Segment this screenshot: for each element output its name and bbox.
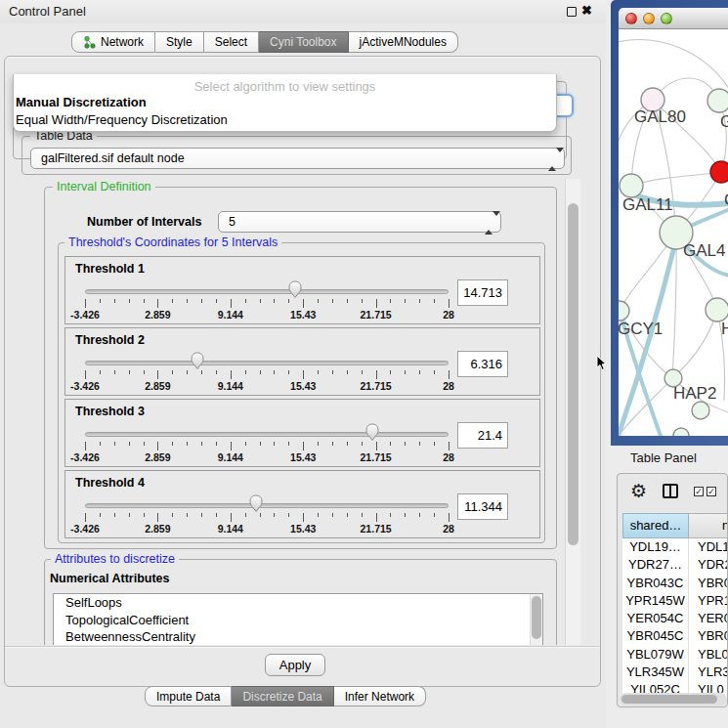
num-intervals-label: Number of Intervals: [87, 215, 201, 229]
zoom-traffic-light-icon[interactable]: [661, 13, 672, 24]
bottom-tab-bar: Impute DataDiscretize DataInfer Network: [145, 686, 426, 707]
attributes-list[interactable]: SelfLoopsTopologicalCoefficientBetweenne…: [53, 593, 543, 645]
threshold-panel-3: Threshold 3-3.4262.8599.14415.4321.71528…: [64, 399, 540, 467]
threshold-label: Threshold 2: [75, 333, 145, 347]
minimize-traffic-light-icon[interactable]: [643, 13, 655, 24]
tab-style[interactable]: Style: [155, 31, 204, 53]
num-intervals-combobox[interactable]: 5: [218, 211, 501, 233]
table-cell: YDR2: [689, 556, 728, 574]
slider-ticks: [85, 442, 449, 451]
slider-track[interactable]: [85, 361, 449, 365]
checkbox-icon[interactable]: ✓: [707, 487, 716, 496]
slider-track[interactable]: [85, 432, 449, 437]
mouse-cursor: [596, 355, 608, 372]
table-row[interactable]: YBL079WYBL0: [622, 646, 728, 664]
threshold-value-field[interactable]: 6.316: [457, 351, 508, 377]
slider-ticks: [85, 299, 449, 309]
attributes-group: Attributes to discretize Numerical Attri…: [44, 559, 557, 645]
network-window: GAL80GCGAL11GAL4GCY1HHAP2: [611, 0, 728, 446]
slider-thumb[interactable]: [364, 423, 381, 442]
network-window-titlebar[interactable]: [619, 8, 728, 29]
algorithm-option-manual-discretization[interactable]: Manual Discretization: [14, 94, 556, 111]
control-panel-titlebar: Control Panel ✖: [0, 0, 606, 23]
tab-select[interactable]: Select: [204, 31, 259, 53]
algorithm-option-equal-width-frequency-discretization[interactable]: Equal Width/Frequency Discretization: [14, 111, 556, 129]
table-data-group: Table Data galFiltered.sif default node: [21, 136, 572, 175]
thresholds-group: Threshold's Coordinates for 5 Intervals …: [58, 242, 545, 543]
top-tab-bar: NetworkStyleSelectCyni ToolboxjActiveMNo…: [71, 31, 458, 53]
attributes-group-title: Attributes to discretize: [51, 552, 179, 566]
panel-scrollbar-thumb[interactable]: [568, 203, 578, 545]
threshold-label: Threshold 4: [75, 476, 145, 490]
tab-label: Impute Data: [156, 690, 220, 704]
spinner-arrows-icon: [548, 152, 556, 166]
attributes-scrollbar[interactable]: [530, 594, 542, 645]
table-row[interactable]: YDL19…YDL1: [622, 538, 728, 556]
slider-thumb[interactable]: [286, 280, 304, 299]
network-view[interactable]: GAL80GCGAL11GAL4GCY1HHAP2: [619, 29, 728, 436]
thresholds-group-title: Threshold's Coordinates for 5 Intervals: [64, 236, 281, 249]
control-panel: Control Panel ✖ NetworkStyleSelectCyni T…: [0, 0, 606, 728]
table-data-value: galFiltered.sif default node: [41, 151, 185, 165]
table-row[interactable]: YBR045CYBR0: [622, 627, 728, 645]
table-cell: YBL0: [689, 646, 728, 664]
slider-scale-labels: -3.4262.8599.14415.4321.71528: [85, 309, 449, 321]
attribute-item-topologicalcoefficient[interactable]: TopologicalCoefficient: [54, 612, 542, 629]
node-label-gcy1: GCY1: [619, 320, 663, 339]
column-header-1[interactable]: shared…: [622, 513, 689, 538]
interval-group-title: Interval Definition: [53, 180, 155, 193]
slider-thumb[interactable]: [247, 494, 265, 513]
node-label-gal80: GAL80: [634, 107, 686, 127]
right-pane: GAL80GCGAL11GAL4GCY1HHAP2 Table Panel ⚙ …: [606, 0, 728, 728]
gear-icon[interactable]: ⚙: [630, 482, 647, 500]
threshold-value-field[interactable]: 14.713: [457, 279, 508, 306]
slider-track[interactable]: [85, 289, 449, 294]
table-hscroll-thumb[interactable]: [621, 695, 717, 704]
attribute-item-selfloops[interactable]: SelfLoops: [54, 594, 542, 612]
threshold-value-field[interactable]: 11.344: [457, 493, 508, 520]
table-horizontal-scrollbar[interactable]: [620, 693, 727, 706]
table-row[interactable]: YBR043CYBR0: [622, 575, 728, 592]
table-cell: YLR345W: [622, 664, 689, 681]
tab-jactivemnodules[interactable]: jActiveMNodules: [349, 31, 458, 53]
table-row[interactable]: YDR27…YDR2: [622, 556, 728, 574]
numerical-attributes-heading: Numerical Attributes: [50, 572, 169, 585]
node-label-gal11: GAL11: [622, 195, 673, 215]
close-traffic-light-icon[interactable]: [625, 13, 637, 24]
apply-button[interactable]: Apply: [265, 654, 325, 676]
close-icon[interactable]: ✖: [581, 3, 592, 18]
checkbox-icon[interactable]: ✓: [694, 487, 704, 496]
tab-label: Network: [101, 35, 144, 49]
tab-network[interactable]: Network: [71, 31, 155, 53]
divider: [5, 646, 600, 648]
table-cell: YDL19…: [622, 538, 689, 556]
panel-scrollbar[interactable]: [565, 179, 580, 645]
tab-discretize-data[interactable]: Discretize Data: [232, 686, 333, 707]
table-cell: YBR043C: [622, 575, 689, 592]
tab-label: Style: [166, 35, 193, 49]
threshold-label: Threshold 1: [75, 262, 145, 276]
slider-ticks: [85, 370, 449, 380]
slider-track[interactable]: [85, 503, 449, 508]
attribute-item-betweennesscentrality[interactable]: BetweennessCentrality: [54, 628, 542, 645]
table-row[interactable]: YPR145WYPR1: [622, 592, 728, 610]
tab-cyni-toolbox[interactable]: Cyni Toolbox: [259, 31, 348, 53]
table-cell: YER054C: [622, 610, 689, 627]
network-icon: [83, 35, 97, 49]
split-pane-icon[interactable]: [663, 484, 678, 498]
float-window-icon[interactable]: [567, 7, 577, 17]
threshold-label: Threshold 3: [75, 405, 145, 418]
table-row[interactable]: YLR345WYLR3: [622, 664, 728, 681]
table-data-combobox[interactable]: galFiltered.sif default node: [30, 148, 565, 169]
tab-label: Select: [215, 35, 247, 49]
slider-thumb[interactable]: [189, 352, 206, 370]
tab-infer-network[interactable]: Infer Network: [334, 686, 426, 707]
tab-impute-data[interactable]: Impute Data: [145, 686, 232, 707]
table-panel-title: Table Panel: [630, 450, 697, 465]
tab-label: jActiveMNodules: [360, 35, 447, 49]
threshold-value-field[interactable]: 21.4: [457, 422, 508, 449]
column-header-2[interactable]: na: [689, 513, 728, 538]
tab-label: Infer Network: [345, 690, 414, 704]
table-row[interactable]: YER054CYER0: [622, 610, 728, 627]
algorithm-dropdown-popup: Select algorithm to view settings Manual…: [13, 74, 557, 132]
